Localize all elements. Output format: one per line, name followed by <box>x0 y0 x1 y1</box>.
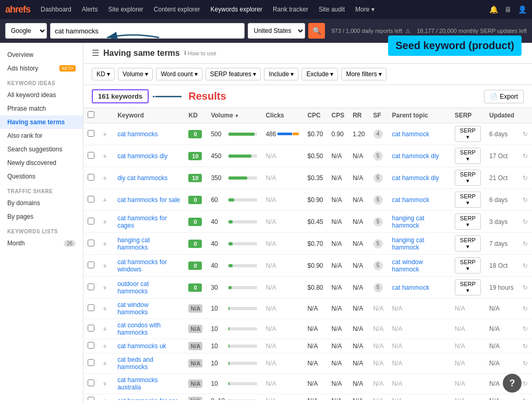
filter-exclude[interactable]: Exclude ▾ <box>301 68 338 80</box>
serp-button[interactable]: SERP ▾ <box>455 148 481 164</box>
sidebar-item-by-pages[interactable]: By pages <box>0 210 83 223</box>
row-checkbox[interactable] <box>88 397 94 400</box>
keyword-link[interactable]: cat condos with hammocks <box>117 322 161 336</box>
refresh-icon[interactable]: ↻ <box>523 380 528 387</box>
sidebar-item-having-same-terms[interactable]: Having same terms <box>0 115 83 129</box>
th-updated[interactable]: Updated <box>485 108 518 123</box>
th-clicks[interactable]: Clicks <box>261 108 303 123</box>
refresh-icon[interactable]: ↻ <box>523 131 528 138</box>
nav-site-audit[interactable]: Site audit <box>315 4 349 15</box>
serp-button[interactable]: SERP ▾ <box>455 279 481 295</box>
serp-button[interactable]: SERP ▾ <box>455 192 481 208</box>
filter-more[interactable]: More filters ▾ <box>341 68 386 80</box>
filter-word-count[interactable]: Word count ▾ <box>156 68 202 80</box>
keyword-link[interactable]: cat hammocks diy <box>117 152 167 160</box>
keyword-link[interactable]: outdoor cat hammocks <box>117 280 149 295</box>
search-engine-select[interactable]: Google <box>5 23 47 39</box>
add-keyword-btn[interactable]: + <box>103 262 107 270</box>
row-checkbox[interactable] <box>88 380 94 386</box>
export-button[interactable]: 📄 Export <box>484 90 524 103</box>
row-checkbox[interactable] <box>88 325 94 331</box>
add-keyword-btn[interactable]: + <box>103 174 107 182</box>
th-parent-topic[interactable]: Parent topic <box>388 108 451 123</box>
sidebar-item-by-domains[interactable]: By domains <box>0 196 83 210</box>
nav-rank-tracker[interactable]: Rank tracker <box>269 4 312 15</box>
keyword-link[interactable]: cat hammocks uk <box>117 342 166 350</box>
country-select[interactable]: United States <box>248 23 305 39</box>
sidebar-item-overview[interactable]: Overview <box>0 48 83 62</box>
sidebar-item-phrase-match[interactable]: Phrase match <box>0 102 83 115</box>
refresh-icon[interactable]: ↻ <box>523 174 528 182</box>
help-button[interactable]: ? <box>503 374 522 393</box>
refresh-icon[interactable]: ↻ <box>523 240 528 247</box>
keyword-link[interactable]: hanging cat hammocks <box>117 236 150 251</box>
add-keyword-btn[interactable]: + <box>103 283 107 292</box>
add-keyword-btn[interactable]: + <box>103 359 107 368</box>
th-rr[interactable]: RR <box>348 108 369 123</box>
sidebar-item-also-rank-for[interactable]: Also rank for <box>0 129 83 143</box>
keyword-link[interactable]: cat hammocks for cages <box>117 215 167 229</box>
row-checkbox[interactable] <box>88 304 94 311</box>
sidebar-item-newly-discovered[interactable]: Newly discovered <box>0 156 83 170</box>
row-checkbox[interactable] <box>88 152 94 159</box>
add-keyword-btn[interactable]: + <box>103 240 107 248</box>
keyword-link[interactable]: cat hammocks for sale <box>117 196 180 204</box>
th-cpc[interactable]: CPC <box>303 108 327 123</box>
nav-site-explorer[interactable]: Site explorer <box>104 4 147 15</box>
row-checkbox[interactable] <box>88 240 94 246</box>
th-cps[interactable]: CPS <box>327 108 348 123</box>
search-input[interactable] <box>50 23 245 39</box>
row-checkbox[interactable] <box>88 342 94 349</box>
refresh-icon[interactable]: ↻ <box>523 397 528 400</box>
monitor-icon[interactable]: 🖥 <box>504 5 512 14</box>
select-all-checkbox[interactable] <box>88 111 94 118</box>
parent-topic-link[interactable]: cat hammock diy <box>392 152 439 160</box>
keyword-link[interactable]: cat window hammocks <box>117 301 148 316</box>
row-checkbox[interactable] <box>88 130 94 137</box>
nav-dashboard[interactable]: Dashboard <box>37 4 76 15</box>
how-to-use-link[interactable]: ℹ How to use <box>184 50 216 56</box>
user-icon[interactable]: 👤 <box>518 5 527 14</box>
serp-button[interactable]: SERP ▾ <box>455 257 481 274</box>
parent-topic-link[interactable]: cat window hammock <box>392 258 423 273</box>
refresh-icon[interactable]: ↻ <box>523 196 528 204</box>
row-checkbox[interactable] <box>88 218 94 224</box>
th-kd[interactable]: KD <box>184 108 207 123</box>
nav-keywords-explorer[interactable]: Keywords explorer <box>207 4 267 15</box>
keyword-link[interactable]: cat hammocks <box>117 131 158 138</box>
parent-topic-link[interactable]: hanging cat hammock <box>392 215 425 229</box>
serp-button[interactable]: SERP ▾ <box>455 214 481 230</box>
row-checkbox[interactable] <box>88 283 94 290</box>
sidebar-item-questions[interactable]: Questions <box>0 170 83 183</box>
add-keyword-btn[interactable]: + <box>103 342 107 350</box>
row-checkbox[interactable] <box>88 196 94 203</box>
refresh-icon[interactable]: ↻ <box>523 342 528 350</box>
serp-button[interactable]: SERP ▾ <box>455 126 481 142</box>
th-select-all[interactable] <box>83 108 99 123</box>
sidebar-item-search-suggestions[interactable]: Search suggestions <box>0 143 83 156</box>
filter-kd[interactable]: KD ▾ <box>92 68 115 80</box>
sidebar-item-month[interactable]: Month 26 <box>0 236 83 250</box>
add-keyword-btn[interactable]: + <box>103 304 107 313</box>
nav-more[interactable]: More ▾ <box>351 4 379 15</box>
refresh-icon[interactable]: ↻ <box>523 152 528 160</box>
parent-topic-link[interactable]: cat hammock diy <box>392 174 439 182</box>
add-keyword-btn[interactable]: + <box>103 325 107 333</box>
filter-include[interactable]: Include ▾ <box>264 68 298 80</box>
row-checkbox[interactable] <box>88 174 94 181</box>
keyword-link[interactable]: cat hammocks for windows <box>117 258 167 273</box>
parent-topic-link[interactable]: cat hammock <box>392 196 429 204</box>
th-volume[interactable]: Volume <box>207 108 261 123</box>
keyword-link[interactable]: cat beds and hammocks <box>117 356 153 371</box>
add-keyword-btn[interactable]: + <box>103 380 107 388</box>
add-keyword-btn[interactable]: + <box>103 196 107 204</box>
refresh-icon[interactable]: ↻ <box>523 218 528 226</box>
th-sf[interactable]: SF <box>369 108 388 123</box>
serp-button[interactable]: SERP ▾ <box>455 235 481 252</box>
sidebar-item-all-keyword-ideas[interactable]: All keyword ideas <box>0 88 83 102</box>
parent-topic-link[interactable]: cat hammock <box>392 284 429 291</box>
keyword-link[interactable]: diy cat hammocks <box>117 174 167 182</box>
keyword-link[interactable]: cat hammocks australia <box>117 376 158 391</box>
refresh-icon[interactable]: ↻ <box>523 262 528 269</box>
add-keyword-btn[interactable]: + <box>103 152 107 160</box>
